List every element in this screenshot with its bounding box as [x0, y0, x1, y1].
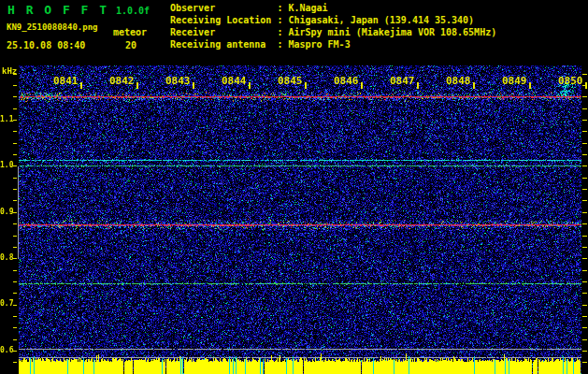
- info-line-receiver: Receiver : AirSpy mini (Miakejima VOR 10…: [170, 26, 496, 38]
- minute-tick: [361, 82, 363, 89]
- freq-axis-label: 0.6: [0, 346, 12, 354]
- minute-tick: [305, 82, 307, 89]
- freq-tick-left: [13, 247, 17, 248]
- minute-tick: [136, 82, 138, 89]
- meteor-count: 20: [125, 40, 136, 50]
- freq-tick-right: [582, 189, 587, 190]
- freq-tick-left: [13, 316, 17, 317]
- freq-tick-right: [582, 258, 587, 259]
- freq-tick-left: [13, 131, 17, 132]
- minute-tick: [249, 82, 251, 89]
- freq-axis-label: 1.1: [0, 115, 12, 123]
- freq-tick-right: [582, 247, 587, 248]
- time-axis-label: 0848: [446, 75, 471, 87]
- freq-tick-left: [13, 143, 17, 144]
- freq-tick-right: [582, 85, 587, 86]
- freq-tick-left: [13, 236, 17, 237]
- freq-tick-left: [13, 293, 17, 294]
- freq-tick-left: [13, 212, 17, 213]
- info-line-observer: Observer : K.Nagai: [170, 2, 496, 14]
- freq-tick-right: [582, 143, 587, 144]
- freq-tick-left: [13, 327, 17, 328]
- freq-tick-left: [13, 178, 17, 179]
- time-axis-label: 0844: [222, 75, 247, 87]
- station-info: Observer : K.Nagai Receiving Location : …: [170, 2, 496, 50]
- freq-tick-right: [582, 131, 587, 132]
- minute-tick: [529, 82, 531, 89]
- time-axis-label: 0847: [390, 75, 415, 87]
- time-axis-label: 0850: [558, 75, 583, 87]
- freq-tick-right: [582, 236, 587, 237]
- freq-unit-label: kHz: [2, 66, 17, 76]
- spectrogram-canvas: [19, 65, 581, 374]
- freq-tick-right: [582, 293, 587, 294]
- freq-tick-right: [582, 270, 587, 271]
- freq-tick-right: [582, 316, 587, 317]
- freq-tick-left: [13, 258, 17, 259]
- minute-tick: [417, 82, 419, 89]
- freq-tick-left: [13, 85, 17, 86]
- freq-tick-left: [13, 305, 17, 306]
- freq-axis-label: 0.8: [0, 253, 12, 262]
- freq-tick-right: [582, 362, 587, 363]
- minute-tick: [80, 82, 82, 89]
- freq-tick-right: [582, 120, 587, 121]
- freq-tick-right: [582, 339, 587, 340]
- freq-tick-right: [582, 212, 587, 213]
- freq-tick-right: [582, 223, 587, 224]
- freq-tick-left: [13, 120, 17, 121]
- freq-tick-right: [582, 74, 587, 75]
- info-line-antenna: Receiving antenna : Maspro FM-3: [170, 38, 496, 50]
- freq-tick-left: [13, 108, 17, 109]
- freq-tick-left: [13, 154, 17, 155]
- app-title: H R O F F T: [7, 3, 108, 17]
- mode-label: meteor: [113, 27, 147, 37]
- freq-tick-right: [582, 200, 587, 201]
- time-axis-label: 0849: [502, 75, 527, 87]
- hrofft-screen: H R O F F T 1.0.0f KN9_2510080840.png me…: [0, 0, 588, 374]
- freq-tick-right: [582, 281, 587, 282]
- freq-tick-left: [13, 223, 17, 224]
- info-line-location: Receiving Location : Chigasaki, Japan (1…: [170, 14, 496, 26]
- freq-axis-label: 0.7: [0, 299, 12, 308]
- freq-tick-right: [582, 165, 587, 166]
- time-axis-label: 0842: [109, 75, 135, 87]
- freq-tick-right: [582, 305, 587, 306]
- freq-tick-left: [13, 270, 17, 271]
- freq-tick-left: [13, 96, 17, 97]
- capture-filename: KN9_2510080840.png: [7, 22, 98, 32]
- freq-tick-left: [13, 189, 17, 190]
- freq-axis-label: 1.0: [0, 161, 12, 169]
- freq-tick-left: [13, 339, 17, 340]
- time-axis-label: 0843: [165, 75, 191, 87]
- freq-tick-right: [582, 96, 587, 97]
- time-axis-label: 0845: [278, 75, 303, 87]
- capture-datetime: 25.10.08 08:40: [7, 40, 85, 50]
- freq-tick-right: [582, 351, 587, 352]
- freq-tick-right: [582, 108, 587, 109]
- freq-tick-right: [582, 327, 587, 328]
- freq-axis-label: 0.9: [0, 208, 12, 216]
- freq-tick-left: [13, 362, 17, 363]
- minute-tick: [193, 82, 194, 89]
- time-axis-label: 0841: [53, 75, 79, 87]
- freq-tick-right: [582, 154, 587, 155]
- count-range-bar: [18, 166, 19, 259]
- freq-tick-right: [582, 178, 587, 179]
- freq-tick-left: [13, 165, 17, 166]
- freq-tick-left: [13, 281, 17, 282]
- time-axis-label: 0846: [334, 75, 359, 87]
- freq-tick-left: [13, 351, 17, 352]
- freq-tick-left: [13, 200, 17, 201]
- app-version: 1.0.0f: [116, 6, 150, 16]
- minute-tick: [473, 82, 475, 89]
